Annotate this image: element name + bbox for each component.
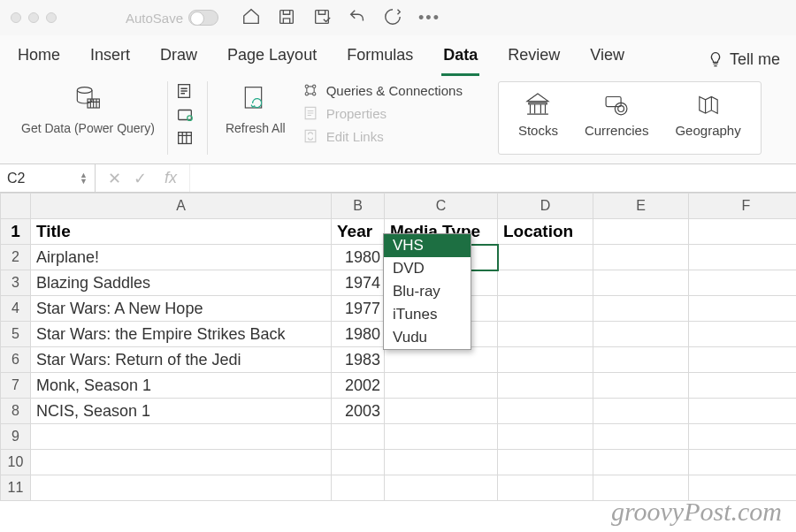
select-all-corner[interactable]	[1, 194, 31, 219]
cell[interactable]	[498, 270, 593, 296]
save-as-icon[interactable]	[312, 7, 332, 29]
cell[interactable]: Location	[498, 219, 593, 245]
cell[interactable]: Year	[332, 219, 385, 245]
row-header[interactable]: 3	[1, 270, 31, 296]
cell[interactable]: Blazing Saddles	[31, 270, 332, 296]
undo-icon[interactable]	[348, 7, 367, 29]
cell[interactable]	[385, 450, 498, 475]
tab-data[interactable]: Data	[441, 42, 479, 76]
cell[interactable]: 2003	[332, 399, 385, 424]
cell[interactable]	[593, 322, 689, 347]
geography-type-button[interactable]: Geography	[675, 89, 740, 147]
queries-connections-button[interactable]: Queries & Connections	[302, 81, 463, 99]
currencies-type-button[interactable]: Currencies	[585, 89, 649, 147]
cell[interactable]: 2002	[332, 373, 385, 399]
cell[interactable]	[498, 424, 593, 450]
toggle-off-icon[interactable]	[188, 10, 218, 26]
cell[interactable]: Star Wars: A New Hope	[31, 296, 332, 322]
cell[interactable]: Title	[31, 219, 332, 245]
cell[interactable]	[593, 347, 689, 373]
cell[interactable]: NCIS, Season 1	[31, 399, 332, 424]
autosave-toggle[interactable]: AutoSave	[126, 10, 218, 26]
cell[interactable]	[31, 424, 332, 450]
tab-view[interactable]: View	[588, 42, 626, 76]
cell[interactable]	[385, 424, 498, 450]
cell[interactable]	[332, 450, 385, 475]
accept-formula-icon[interactable]: ✓	[134, 169, 147, 188]
row-header[interactable]: 9	[1, 424, 31, 450]
home-icon[interactable]	[241, 7, 261, 29]
cell[interactable]: 1980	[332, 245, 385, 270]
cell[interactable]	[498, 475, 593, 501]
cell[interactable]: Monk, Season 1	[31, 373, 332, 399]
row-header[interactable]: 6	[1, 347, 31, 373]
cell[interactable]	[689, 373, 797, 399]
cell[interactable]	[689, 424, 797, 450]
tab-draw[interactable]: Draw	[158, 42, 199, 76]
cell[interactable]	[498, 399, 593, 424]
cell[interactable]: 1977	[332, 296, 385, 322]
row-header[interactable]: 10	[1, 450, 31, 475]
dropdown-option[interactable]: Blu-ray	[384, 280, 471, 303]
cell[interactable]	[498, 322, 593, 347]
maximize-window-icon[interactable]	[46, 12, 57, 23]
cell[interactable]	[689, 475, 797, 501]
cell[interactable]	[689, 270, 797, 296]
cell[interactable]	[593, 450, 689, 475]
cell[interactable]	[332, 424, 385, 450]
spreadsheet-grid[interactable]: A B C D E F 1 Title Year Media Type Loca…	[0, 193, 796, 501]
cell[interactable]	[593, 399, 689, 424]
get-data-button[interactable]: Get Data (Power Query)	[9, 81, 168, 155]
cell[interactable]	[689, 450, 797, 475]
tab-review[interactable]: Review	[506, 42, 562, 76]
dropdown-option[interactable]: VHS	[384, 234, 471, 257]
row-header[interactable]: 1	[1, 219, 31, 245]
col-header-A[interactable]: A	[31, 194, 332, 219]
cell[interactable]: 1974	[332, 270, 385, 296]
from-table-icon[interactable]	[175, 129, 195, 151]
dropdown-option[interactable]: Vudu	[384, 326, 471, 349]
cell[interactable]	[332, 475, 385, 501]
row-header[interactable]: 5	[1, 322, 31, 347]
tab-formulas[interactable]: Formulas	[345, 42, 415, 76]
validation-dropdown[interactable]: VHS DVD Blu-ray iTunes Vudu	[383, 233, 471, 350]
insert-function-button[interactable]: fx	[159, 169, 177, 187]
cell[interactable]	[689, 245, 797, 270]
window-controls[interactable]	[11, 12, 57, 23]
tab-insert[interactable]: Insert	[88, 42, 132, 76]
cell[interactable]	[498, 245, 593, 270]
cell[interactable]	[498, 450, 593, 475]
cell[interactable]	[689, 399, 797, 424]
col-header-F[interactable]: F	[689, 194, 797, 219]
cell[interactable]	[593, 475, 689, 501]
cell[interactable]: Star Wars: the Empire Strikes Back	[31, 322, 332, 347]
from-web-icon[interactable]	[175, 105, 195, 127]
cell[interactable]	[689, 347, 797, 373]
row-header[interactable]: 2	[1, 245, 31, 270]
cell[interactable]	[689, 322, 797, 347]
cell[interactable]	[31, 475, 332, 501]
save-icon[interactable]	[277, 7, 296, 29]
dropdown-option[interactable]: DVD	[384, 257, 471, 280]
row-header[interactable]: 7	[1, 373, 31, 399]
refresh-all-button[interactable]: Refresh All	[213, 81, 298, 155]
dropdown-option[interactable]: iTunes	[384, 303, 471, 326]
cell[interactable]: 1983	[332, 347, 385, 373]
tab-home[interactable]: Home	[16, 42, 62, 76]
cell[interactable]	[31, 450, 332, 475]
cell[interactable]: Airplane!	[31, 245, 332, 270]
col-header-B[interactable]: B	[332, 194, 385, 219]
cell[interactable]	[593, 219, 689, 245]
cell[interactable]	[689, 296, 797, 322]
cell[interactable]	[498, 296, 593, 322]
col-header-C[interactable]: C	[385, 194, 498, 219]
cell[interactable]	[385, 475, 498, 501]
row-header[interactable]: 4	[1, 296, 31, 322]
cell[interactable]	[385, 347, 498, 373]
tell-me-search[interactable]: Tell me	[707, 42, 780, 76]
cell[interactable]	[689, 219, 797, 245]
tab-page-layout[interactable]: Page Layout	[226, 42, 318, 76]
row-header[interactable]: 11	[1, 475, 31, 501]
close-window-icon[interactable]	[11, 12, 21, 23]
cell[interactable]: 1980	[332, 322, 385, 347]
